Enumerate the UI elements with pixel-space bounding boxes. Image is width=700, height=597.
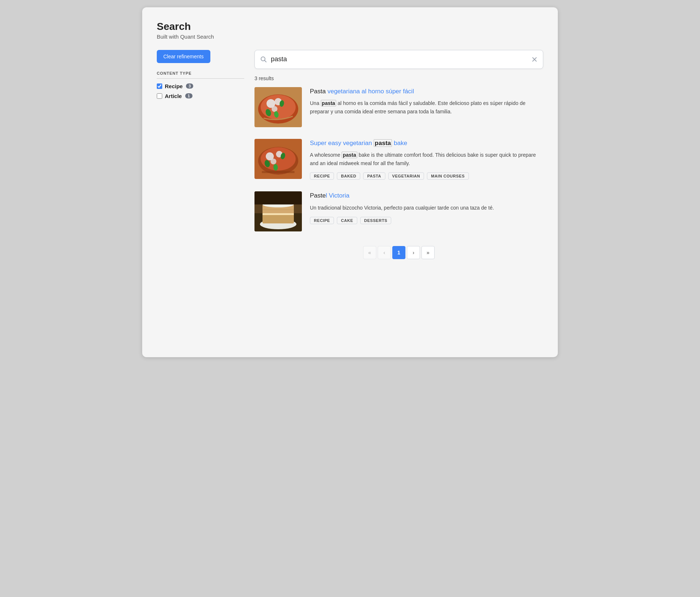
result-tags-3: RECIPE CAKE DESSERTS: [310, 217, 543, 224]
svg-rect-22: [262, 171, 295, 173]
tag-baked: BAKED: [337, 172, 360, 180]
pagination-first-button[interactable]: «: [363, 246, 376, 259]
svg-point-9: [272, 106, 277, 112]
result-title-rest-2: bake: [392, 140, 407, 147]
tag-main-courses: MAIN COURSES: [427, 172, 468, 180]
result-content-2: Super easy vegetarian pasta bake A whole…: [310, 139, 543, 180]
tag-recipe-3: RECIPE: [310, 217, 334, 224]
result-image-3: [254, 191, 302, 231]
clear-refinements-button[interactable]: Clear refinements: [157, 50, 210, 63]
facet-count-recipe: 3: [186, 83, 193, 89]
result-title-3: Pastel Victoria: [310, 191, 543, 200]
tag-pasta: PASTA: [363, 172, 385, 180]
result-description-3: Un tradicional bizcocho Victoria, perfec…: [310, 204, 543, 212]
content-area: Clear refinements CONTENT TYPE Recipe 3 …: [157, 50, 543, 260]
tag-vegetarian: VEGETARIAN: [388, 172, 424, 180]
result-item-2: Super easy vegetarian pasta bake A whole…: [254, 139, 543, 180]
search-input[interactable]: pasta: [271, 55, 531, 63]
app-title: Search: [157, 20, 543, 33]
pagination-page-1-button[interactable]: 1: [392, 246, 405, 259]
result-item-3: Pastel Victoria Un tradicional bizcocho …: [254, 191, 543, 231]
app-header: Search Built with Quant Search: [157, 20, 543, 40]
result-title-highlight-1: vegetariana al horno súper fácil: [327, 88, 414, 95]
results-area: pasta 3 results: [254, 50, 543, 260]
svg-rect-30: [254, 191, 302, 204]
result-title-highlight-3: l Victoria: [326, 192, 349, 199]
result-content-1: Pasta vegetariana al horno súper fácil U…: [310, 87, 543, 127]
result-tags-2: RECIPE BAKED PASTA VEGETARIAN MAIN COURS…: [310, 172, 543, 180]
result-title-bold-2: pasta: [374, 139, 392, 147]
main-container: Search Built with Quant Search Clear ref…: [142, 7, 558, 357]
facet-title: CONTENT TYPE: [157, 71, 244, 79]
result-image-1: [254, 87, 302, 127]
search-box: pasta: [254, 50, 543, 69]
result-title-2: Super easy vegetarian pasta bake: [310, 139, 543, 148]
svg-point-18: [271, 159, 276, 164]
facet-item-article[interactable]: Article 1: [157, 93, 244, 99]
facet-item-recipe[interactable]: Recipe 3: [157, 83, 244, 89]
app-subtitle: Built with Quant Search: [157, 34, 543, 40]
pagination-last-button[interactable]: »: [421, 246, 435, 259]
tag-cake: CAKE: [337, 217, 357, 224]
sidebar: Clear refinements CONTENT TYPE Recipe 3 …: [157, 50, 244, 260]
result-title-1: Pasta vegetariana al horno súper fácil: [310, 87, 543, 96]
svg-rect-28: [262, 213, 294, 215]
facet-label-recipe: Recipe: [165, 83, 183, 89]
content-type-facet: CONTENT TYPE Recipe 3 Article 1: [157, 71, 244, 99]
facet-checkbox-article[interactable]: [157, 93, 162, 99]
facet-label-article: Article: [165, 93, 182, 99]
svg-point-15: [261, 147, 296, 171]
results-count: 3 results: [254, 75, 543, 81]
result-description-2: A wholesome pasta bake is the ultimate c…: [310, 151, 543, 167]
tag-desserts: DESSERTS: [360, 217, 392, 224]
facet-count-article: 1: [185, 93, 192, 98]
result-title-highlight-2: Super easy vegetarian: [310, 140, 374, 147]
result-title-plain-1: Pasta: [310, 88, 327, 95]
svg-line-1: [265, 60, 267, 62]
tag-recipe-2: RECIPE: [310, 172, 334, 180]
facet-checkbox-recipe[interactable]: [157, 83, 162, 89]
result-content-3: Pastel Victoria Un tradicional bizcocho …: [310, 191, 543, 231]
pagination-next-button[interactable]: ›: [407, 246, 420, 259]
pagination-prev-button[interactable]: ‹: [378, 246, 391, 259]
result-image-2: [254, 139, 302, 179]
search-clear-button[interactable]: [531, 56, 538, 63]
result-title-plain-3: Paste: [310, 192, 326, 199]
pagination: « ‹ 1 › »: [254, 246, 543, 259]
search-icon: [260, 56, 267, 63]
result-item: Pasta vegetariana al horno súper fácil U…: [254, 87, 543, 127]
result-description-1: Una pasta al horno es la comida más fáci…: [310, 99, 543, 116]
